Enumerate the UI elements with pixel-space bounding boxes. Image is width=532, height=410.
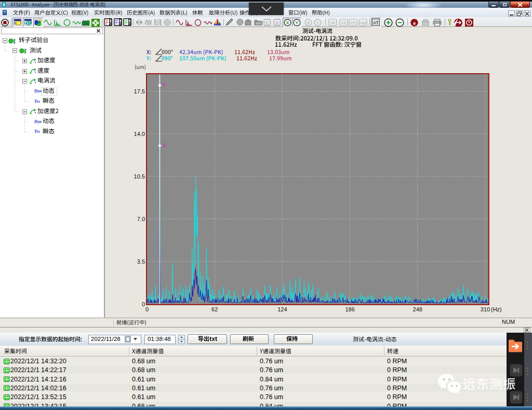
svg-text:e: e [413, 20, 416, 26]
svg-text:cap: cap [360, 20, 366, 25]
svg-text:all: all [330, 20, 335, 25]
svg-text:X: X [163, 143, 166, 148]
svg-text:S: S [275, 20, 278, 25]
svg-text:2X: 2X [351, 20, 356, 25]
svg-text:X: X [286, 20, 289, 25]
svg-text:Y: Y [316, 20, 319, 25]
svg-text:C: C [265, 20, 269, 25]
svg-text:Y: Y [163, 83, 166, 88]
svg-text:X: X [307, 20, 310, 25]
svg-text:AT: AT [373, 20, 379, 25]
svg-text:1X: 1X [341, 20, 347, 25]
svg-text:Y: Y [295, 20, 299, 25]
